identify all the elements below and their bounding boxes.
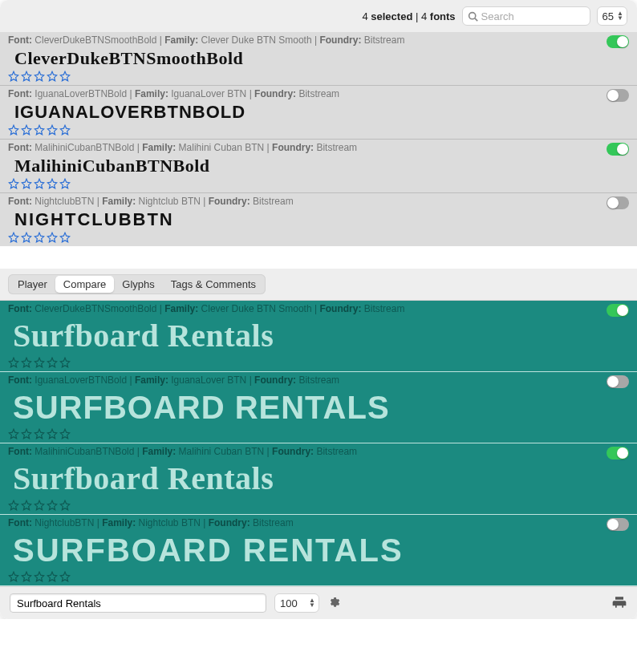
enable-toggle-c0[interactable] (607, 304, 629, 317)
star-icon[interactable] (8, 571, 19, 582)
star-icon[interactable] (21, 71, 32, 82)
meta-foundry-name: Bitstream (364, 303, 405, 314)
star-icon[interactable] (47, 124, 58, 136)
enable-toggle-c2[interactable] (607, 447, 629, 459)
printer-icon[interactable] (611, 594, 627, 613)
rating-stars[interactable] (8, 123, 629, 136)
star-icon[interactable] (34, 178, 45, 189)
meta-label-foundry: Foundry: (319, 303, 361, 314)
meta-family-name: Nightclub BTN (139, 196, 201, 207)
font-row[interactable]: Font: IguanaLoverBTNBold | Family: Iguan… (0, 85, 637, 139)
enable-toggle-c1[interactable] (607, 375, 629, 388)
sample-text-input[interactable] (10, 593, 266, 613)
enable-toggle-0[interactable] (607, 35, 629, 48)
star-icon[interactable] (8, 71, 19, 82)
meta-foundry-name: Bitstream (316, 142, 357, 153)
tab-tags-comments[interactable]: Tags & Comments (163, 276, 264, 293)
compare-footer: 100 ▲▼ (0, 586, 637, 619)
star-icon[interactable] (21, 500, 32, 511)
compare-size-stepper[interactable]: 100 ▲▼ (274, 593, 319, 613)
rating-stars[interactable] (8, 570, 629, 582)
font-meta: Font: CleverDukeBTNSmoothBold | Family: … (8, 303, 629, 314)
search-field[interactable] (462, 6, 590, 26)
compare-row[interactable]: Font: MalihiniCubanBTNBold | Family: Mal… (0, 443, 637, 515)
star-icon[interactable] (8, 124, 19, 136)
star-icon[interactable] (8, 178, 19, 189)
star-icon[interactable] (8, 500, 19, 511)
tab-compare[interactable]: Compare (55, 276, 114, 293)
gear-icon[interactable] (327, 596, 340, 611)
star-icon[interactable] (34, 71, 45, 82)
star-icon[interactable] (34, 357, 45, 368)
meta-label-font: Font: (8, 196, 32, 207)
rating-stars[interactable] (8, 177, 629, 189)
star-icon[interactable] (47, 571, 58, 582)
star-icon[interactable] (34, 428, 45, 439)
stepper-arrows-icon[interactable]: ▲▼ (617, 11, 623, 21)
star-icon[interactable] (21, 124, 32, 136)
star-icon[interactable] (59, 571, 71, 582)
star-icon[interactable] (34, 571, 45, 582)
tab-glyphs[interactable]: Glyphs (114, 276, 162, 293)
star-icon[interactable] (21, 428, 32, 439)
star-icon[interactable] (21, 232, 32, 243)
meta-label-foundry: Foundry: (319, 34, 361, 46)
star-icon[interactable] (47, 500, 58, 511)
star-icon[interactable] (8, 428, 19, 439)
star-icon[interactable] (21, 357, 32, 368)
star-icon[interactable] (47, 232, 58, 243)
enable-toggle-3[interactable] (607, 196, 629, 209)
stepper-arrows-icon[interactable]: ▲▼ (309, 598, 315, 608)
star-icon[interactable] (34, 124, 45, 136)
selected-number: 4 (362, 10, 367, 22)
font-row[interactable]: Font: CleverDukeBTNSmoothBold | Family: … (0, 32, 637, 85)
meta-label-font: Font: (8, 303, 32, 314)
font-row[interactable]: Font: NightclubBTN | Family: Nightclub B… (0, 192, 637, 246)
enable-toggle-c3[interactable] (607, 518, 629, 531)
star-icon[interactable] (8, 232, 19, 243)
search-input[interactable] (478, 10, 585, 22)
font-preview: MalihiniCubanBTNBold (8, 153, 629, 177)
font-meta: Font: MalihiniCubanBTNBold | Family: Mal… (8, 142, 629, 153)
meta-label-family: Family: (102, 196, 136, 207)
meta-family-name: Malihini Cuban BTN (179, 446, 265, 457)
star-icon[interactable] (59, 500, 71, 511)
toggle-knob (617, 144, 628, 155)
compare-size-value: 100 (280, 597, 301, 609)
star-icon[interactable] (47, 178, 58, 189)
toggle-knob (607, 519, 619, 530)
star-icon[interactable] (59, 357, 71, 368)
star-icon[interactable] (59, 232, 71, 243)
star-icon[interactable] (47, 357, 58, 368)
tab-player[interactable]: Player (10, 276, 55, 293)
meta-label-foundry: Foundry: (209, 196, 250, 207)
compare-row[interactable]: Font: NightclubBTN | Family: Nightclub B… (0, 515, 637, 586)
star-icon[interactable] (21, 571, 32, 582)
star-icon[interactable] (47, 71, 58, 82)
star-icon[interactable] (8, 357, 19, 368)
font-row[interactable]: Font: MalihiniCubanBTNBold | Family: Mal… (0, 139, 637, 192)
star-icon[interactable] (21, 178, 32, 189)
view-tabs: PlayerCompareGlyphsTags & Comments (0, 269, 637, 301)
star-icon[interactable] (34, 500, 45, 511)
toggle-knob (607, 197, 619, 208)
star-icon[interactable] (34, 232, 45, 243)
star-icon[interactable] (59, 71, 71, 82)
star-icon[interactable] (59, 124, 71, 136)
rating-stars[interactable] (8, 231, 629, 243)
rating-stars[interactable] (8, 356, 629, 368)
enable-toggle-1[interactable] (607, 89, 629, 102)
enable-toggle-2[interactable] (607, 143, 629, 156)
compare-row[interactable]: Font: CleverDukeBTNSmoothBold | Family: … (0, 301, 637, 372)
font-meta: Font: NightclubBTN | Family: Nightclub B… (8, 196, 629, 207)
star-icon[interactable] (59, 428, 71, 439)
rating-stars[interactable] (8, 427, 629, 439)
separator: | (416, 10, 421, 22)
compare-row[interactable]: Font: IguanaLoverBTNBold | Family: Iguan… (0, 372, 637, 443)
size-stepper[interactable]: 65 ▲▼ (597, 6, 627, 26)
meta-label-family: Family: (142, 142, 176, 153)
rating-stars[interactable] (8, 499, 629, 511)
star-icon[interactable] (59, 178, 71, 189)
star-icon[interactable] (47, 428, 58, 439)
rating-stars[interactable] (8, 70, 629, 82)
